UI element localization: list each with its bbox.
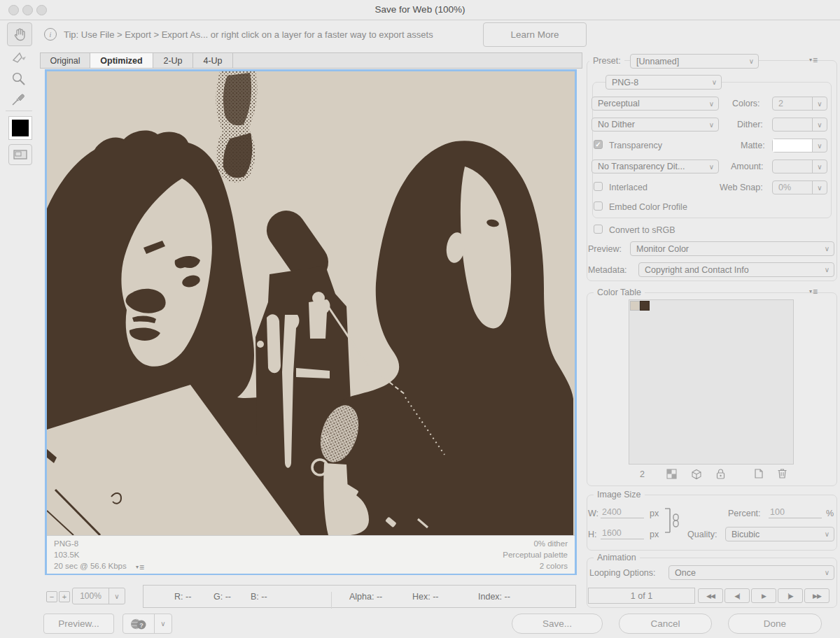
- image-size-group-box: [587, 495, 837, 551]
- colors-select[interactable]: 2 ∨: [772, 97, 827, 111]
- new-color-icon[interactable]: [753, 468, 764, 481]
- readout-hex: Hex: --: [412, 592, 439, 602]
- minimize-window-button[interactable]: [22, 5, 33, 15]
- slice-select-tool-button[interactable]: [10, 50, 28, 67]
- download-speed-menu-icon[interactable]: ▾≡: [136, 564, 144, 571]
- zoom-icon: [10, 71, 27, 87]
- readout-b: B: --: [251, 592, 267, 602]
- chevron-down-icon: ∨: [108, 588, 125, 604]
- optimized-image-two-singers-with-microphone: [47, 71, 575, 535]
- optimized-preview-pane[interactable]: PNG-8 103.5K 20 sec @ 56.6 Kbps ▾≡ 0% di…: [45, 69, 577, 575]
- amount-select[interactable]: ∨: [772, 160, 827, 173]
- chevron-down-icon: ∨: [705, 100, 718, 108]
- looping-options-select[interactable]: Once ∨: [668, 565, 834, 580]
- chevron-down-icon: ∨: [708, 78, 721, 86]
- interlaced-checkbox[interactable]: [594, 182, 603, 191]
- constrain-proportions-icon[interactable]: [664, 506, 682, 537]
- select-browser-button[interactable]: ? ∨: [122, 614, 172, 634]
- height-unit: px: [650, 530, 659, 539]
- next-frame-button[interactable]: |▶: [778, 588, 803, 603]
- tab-original[interactable]: Original: [41, 53, 90, 68]
- chevron-down-icon: ∨: [812, 160, 827, 173]
- learn-more-button[interactable]: Learn More: [483, 22, 587, 47]
- height-field[interactable]: 1600: [601, 528, 644, 539]
- quality-select[interactable]: Bicubic ∨: [725, 527, 834, 541]
- color-table-menu-icon[interactable]: ▾≡: [809, 288, 818, 295]
- readout-r: R: --: [174, 592, 191, 602]
- matte-label: Matte:: [741, 141, 765, 150]
- quality-label: Quality:: [687, 530, 717, 539]
- chevron-down-icon: ∨: [820, 266, 834, 274]
- hand-icon: [12, 27, 27, 42]
- chevron-down-icon: ∨: [154, 614, 172, 633]
- transparency-label: Transparency: [609, 141, 662, 150]
- current-color-black: [12, 120, 29, 136]
- previous-frame-button[interactable]: ◀|: [724, 588, 750, 603]
- readout-alpha: Alpha: --: [349, 592, 382, 602]
- tab-2up[interactable]: 2-Up: [153, 53, 193, 68]
- optimize-settings-panel: Preset: [Unnamed] ∨ ▾≡ PNG-8 ∨ Perceptua…: [585, 0, 840, 638]
- tip-bar: i Tip: Use File > Export > Export As... …: [40, 22, 586, 47]
- eyedropper-tool-button[interactable]: [10, 90, 28, 108]
- zoom-window-button[interactable]: [36, 5, 47, 15]
- shift-web-palette-icon[interactable]: [691, 469, 702, 482]
- hand-tool-button[interactable]: [7, 22, 32, 46]
- last-frame-button[interactable]: ▶▶: [804, 588, 830, 603]
- preview-mode-select[interactable]: Monitor Color ∨: [630, 241, 834, 256]
- chevron-down-icon: ∨: [820, 569, 834, 576]
- color-swatch-light[interactable]: [630, 301, 640, 311]
- zoom-in-button[interactable]: +: [59, 591, 70, 602]
- metadata-select[interactable]: Copyright and Contact Info ∨: [638, 262, 834, 277]
- slice-select-icon: [10, 50, 27, 67]
- preset-select[interactable]: [Unnamed] ∨: [630, 54, 759, 69]
- percent-field[interactable]: 100: [769, 507, 822, 518]
- chevron-down-icon: ∨: [745, 57, 758, 65]
- delete-color-icon[interactable]: [777, 467, 788, 481]
- convert-srgb-checkbox[interactable]: [594, 225, 603, 234]
- width-field[interactable]: 2400: [601, 507, 644, 518]
- zoom-out-button[interactable]: −: [46, 591, 57, 602]
- transparency-checkbox[interactable]: ✓: [594, 140, 603, 149]
- zoom-level-select[interactable]: 100% ∨: [72, 588, 125, 604]
- tab-optimized[interactable]: Optimized: [90, 53, 153, 68]
- dither-method-select[interactable]: No Dither ∨: [592, 118, 719, 132]
- interlaced-label: Interlaced: [609, 183, 648, 192]
- width-label: W:: [588, 509, 598, 518]
- frame-status: 1 of 1: [588, 588, 695, 604]
- slices-visibility-icon: [13, 148, 28, 161]
- close-window-button[interactable]: [8, 5, 19, 15]
- chevron-down-icon: ∨: [705, 121, 718, 129]
- format-select[interactable]: PNG-8 ∨: [606, 75, 722, 90]
- info-dither: 0% dither: [503, 538, 568, 549]
- color-table-swatch-grid[interactable]: [629, 299, 794, 465]
- readout-divider: [331, 592, 332, 609]
- info-icon: i: [44, 28, 57, 41]
- matte-select[interactable]: ∨: [772, 139, 827, 153]
- info-format: PNG-8: [54, 538, 144, 549]
- web-snap-label: Web Snap:: [720, 183, 763, 192]
- svg-text:?: ?: [139, 621, 144, 628]
- color-reduction-select[interactable]: Perceptual ∨: [592, 97, 719, 111]
- toggle-slices-visibility-button[interactable]: [8, 144, 32, 165]
- eyedropper-color-swatch[interactable]: [8, 116, 32, 140]
- embed-color-profile-label: Embed Color Profile: [609, 202, 687, 212]
- chevron-down-icon: ∨: [812, 139, 827, 152]
- animation-title: Animation: [594, 553, 640, 562]
- preview-in-browser-button[interactable]: Preview...: [43, 614, 114, 634]
- play-button[interactable]: ▶: [751, 588, 776, 603]
- first-frame-button[interactable]: ◀◀: [698, 588, 723, 603]
- color-swatch-dark[interactable]: [640, 301, 650, 311]
- web-snap-select[interactable]: 0% ∨: [772, 180, 827, 194]
- color-count: 2: [640, 469, 645, 479]
- transparency-dither-select[interactable]: No Transparency Dit... ∨: [592, 160, 719, 173]
- dither-amount-select[interactable]: ∨: [772, 118, 827, 132]
- map-transparency-icon[interactable]: [666, 469, 677, 481]
- zoom-level-value: 100%: [73, 588, 108, 604]
- embed-color-profile-checkbox[interactable]: [594, 201, 603, 211]
- readout-g: G: --: [214, 592, 231, 602]
- preset-panel-menu-icon[interactable]: ▾≡: [809, 57, 818, 64]
- tab-4up[interactable]: 4-Up: [193, 53, 233, 68]
- colors-label: Colors:: [732, 99, 760, 108]
- lock-color-icon[interactable]: [715, 468, 726, 482]
- zoom-tool-button[interactable]: [10, 70, 28, 88]
